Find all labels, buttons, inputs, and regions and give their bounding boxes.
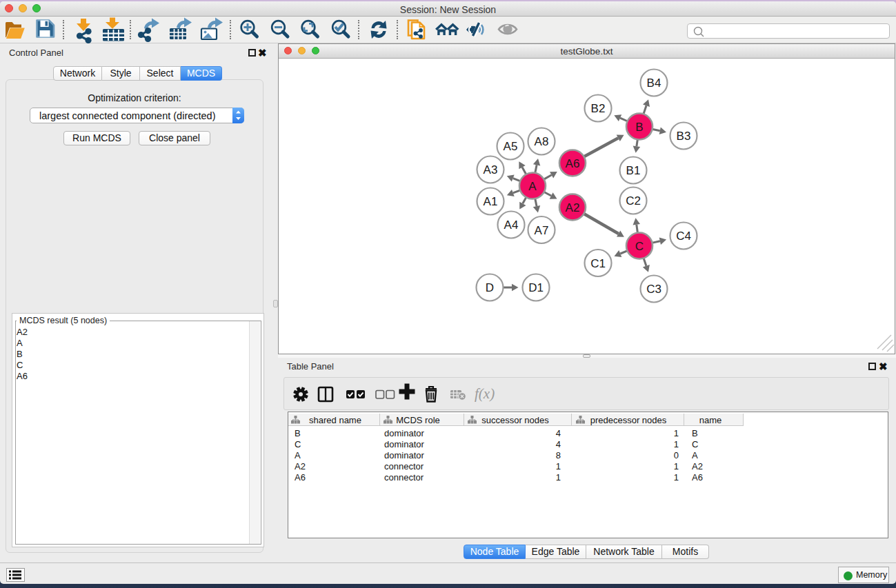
svg-text:C2: C2 [626,194,641,207]
svg-text:A3: A3 [484,163,498,176]
svg-text:C4: C4 [676,230,691,243]
svg-text:D1: D1 [528,281,544,294]
svg-text:C1: C1 [590,257,606,270]
svg-text:C: C [635,240,644,253]
svg-text:A8: A8 [535,135,549,148]
svg-text:D: D [486,281,494,294]
svg-text:A7: A7 [535,224,549,237]
svg-text:B: B [635,121,643,134]
svg-text:B1: B1 [626,164,641,177]
svg-text:A6: A6 [566,157,580,170]
svg-text:C3: C3 [646,283,661,296]
svg-text:A5: A5 [504,140,518,153]
svg-text:A2: A2 [566,201,580,214]
svg-text:A1: A1 [484,195,498,208]
svg-text:B4: B4 [647,77,661,90]
svg-text:A: A [528,180,537,193]
svg-text:B2: B2 [591,102,606,115]
svg-text:B3: B3 [677,130,691,143]
svg-text:A4: A4 [504,219,519,232]
